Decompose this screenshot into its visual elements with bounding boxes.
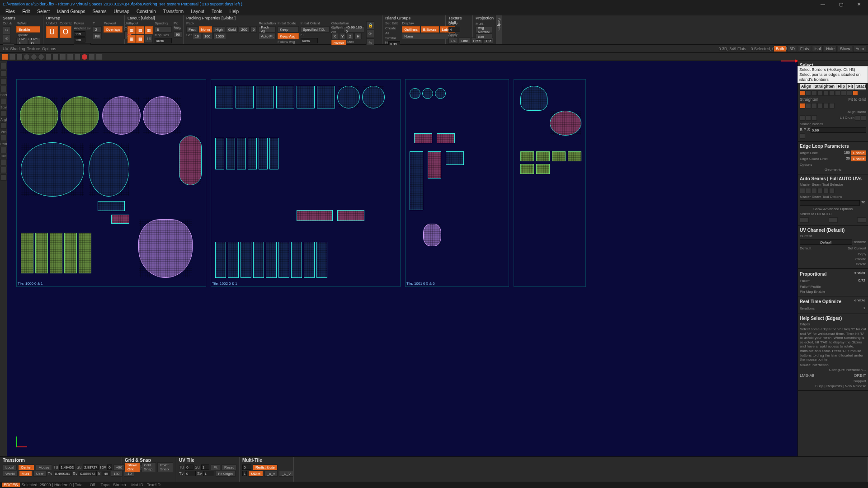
uv-island[interactable] <box>61 96 99 135</box>
show-grid[interactable]: Show Grid <box>125 462 140 472</box>
uv-island[interactable] <box>215 86 233 108</box>
viewpill-show[interactable]: Show <box>838 46 853 52</box>
status-matid[interactable]: Mat ID <box>132 483 144 487</box>
axis-y[interactable]: Y <box>339 33 346 39</box>
al-6[interactable] <box>829 90 835 96</box>
uv-island[interactable] <box>21 142 84 197</box>
lt-tool-11[interactable] <box>0 167 7 173</box>
mode-panel-icon[interactable] <box>45 54 52 60</box>
lbl-geometric[interactable]: Geometric <box>800 167 866 172</box>
tab-fit[interactable]: Fit <box>847 84 855 89</box>
as-4[interactable] <box>817 188 823 193</box>
uvtile-tu[interactable]: 0 <box>185 465 193 470</box>
tf-su[interactable]: 2.98727 <box>83 465 99 470</box>
mut-1000[interactable]: 1000 <box>213 33 226 39</box>
tf-rw[interactable]: 0 <box>107 465 112 470</box>
tf-180[interactable]: 180 <box>111 471 122 477</box>
uv-island[interactable] <box>248 138 257 169</box>
layout-icon-5[interactable]: ▦ <box>136 35 144 43</box>
uv-island[interactable] <box>423 224 441 246</box>
menu-help[interactable]: Help <box>226 9 242 14</box>
mode-eye-icon[interactable] <box>89 54 95 60</box>
mode-cluster-icon[interactable] <box>52 54 59 60</box>
uv-island[interactable] <box>437 133 455 143</box>
unfold-icon[interactable]: U <box>46 26 58 38</box>
uvtile-fit[interactable]: Fit <box>211 465 220 470</box>
uv-island[interactable] <box>111 215 129 224</box>
tab-uv[interactable]: UV <box>3 47 9 51</box>
edgecount-enable[interactable]: Enable <box>851 156 866 161</box>
proj-box[interactable]: Box <box>476 33 492 40</box>
uv-island[interactable] <box>278 242 289 278</box>
anglelimit-enable[interactable]: Enable <box>851 150 866 155</box>
uv-island[interactable] <box>20 96 58 135</box>
uv-island[interactable] <box>410 88 420 99</box>
tab-stack[interactable]: Stack <box>855 84 868 89</box>
tab-texture[interactable]: Texture <box>27 47 41 51</box>
uv-island[interactable] <box>428 151 441 178</box>
disp-outlines[interactable]: Outlines <box>402 26 420 33</box>
uv-island[interactable] <box>143 96 181 135</box>
keep-btn[interactable]: Keep <box>278 26 299 33</box>
mode-square-icon[interactable] <box>9 54 15 60</box>
tf-world[interactable]: World <box>3 471 18 477</box>
live-u[interactable]: Live U <box>16 38 28 44</box>
orient-vals[interactable]: 45 90 180 0 <box>344 26 364 33</box>
lt-tool-12[interactable] <box>0 174 7 181</box>
window-close[interactable]: ✕ <box>850 0 868 8</box>
uv-island[interactable] <box>422 88 433 99</box>
al-7[interactable] <box>835 90 840 96</box>
tex-11[interactable]: 1:1 <box>448 38 458 44</box>
status-stretch[interactable]: Stretch <box>113 483 126 487</box>
td-4096[interactable] <box>301 38 318 43</box>
al-5[interactable] <box>823 90 829 96</box>
uv-island[interactable] <box>253 242 264 278</box>
prop-enable[interactable]: enable <box>854 271 866 277</box>
lbl-all[interactable]: All <box>385 31 400 36</box>
uv-island[interactable] <box>215 138 224 169</box>
tf-tv[interactable]: 0.499151 <box>54 471 71 476</box>
mode-pointer-icon[interactable] <box>2 54 8 60</box>
layout-icon-4[interactable]: ▦ <box>127 35 136 43</box>
cut-icon[interactable]: ✂ <box>3 26 11 34</box>
uv-island[interactable] <box>550 111 581 136</box>
al-9[interactable] <box>847 90 852 96</box>
unwrap-its[interactable] <box>74 31 85 37</box>
axis-z[interactable]: Z <box>347 33 354 39</box>
keepavg-btn[interactable]: Keep Avg <box>278 33 299 39</box>
mt-UV[interactable]: _U_V <box>279 471 293 477</box>
tf-tu[interactable]: 1.49403 <box>59 465 75 470</box>
uv-island[interactable] <box>236 86 254 108</box>
uv-island[interactable] <box>316 242 327 278</box>
uv-island[interactable] <box>568 151 581 161</box>
rotate-icon[interactable]: ⟳ <box>366 30 374 38</box>
bps-input[interactable] <box>811 127 866 133</box>
menu-edit[interactable]: Edit <box>19 9 33 14</box>
texmult-4[interactable] <box>448 27 460 32</box>
uvch-create[interactable]: Create <box>800 257 866 262</box>
window-maximize[interactable]: ▢ <box>832 0 850 8</box>
mut-100[interactable]: 100 <box>202 33 212 39</box>
menu-seams[interactable]: Seams <box>89 9 110 14</box>
uv-island[interactable] <box>552 151 566 161</box>
uv-island[interactable] <box>226 138 235 169</box>
uvtile-reset[interactable]: Reset <box>222 465 236 470</box>
as-6[interactable] <box>829 188 835 193</box>
unwrap-mix[interactable] <box>74 37 85 42</box>
uvch-copy[interactable]: Copy <box>800 252 866 257</box>
uvtile-sv[interactable]: 1 <box>203 471 214 476</box>
uv-island[interactable] <box>276 86 294 108</box>
viewpill-isol[interactable]: Isol <box>812 46 823 52</box>
lt-tool-10[interactable] <box>0 159 7 165</box>
uv-island[interactable] <box>536 164 550 174</box>
menu-tools[interactable]: Tools <box>208 9 226 14</box>
mode-grid-icon[interactable] <box>60 54 66 60</box>
uvtile-su[interactable]: 1 <box>201 465 210 470</box>
pack-5[interactable]: 5 <box>250 26 257 33</box>
live-o[interactable]: Live O <box>29 38 40 44</box>
viewpill-3d[interactable]: 3D <box>787 46 797 52</box>
uv-island[interactable] <box>79 233 91 273</box>
optimize-icon[interactable]: O <box>60 26 71 38</box>
lt-tool-4[interactable] <box>0 86 7 92</box>
specified-td[interactable]: Specified T.D. <box>301 26 330 33</box>
